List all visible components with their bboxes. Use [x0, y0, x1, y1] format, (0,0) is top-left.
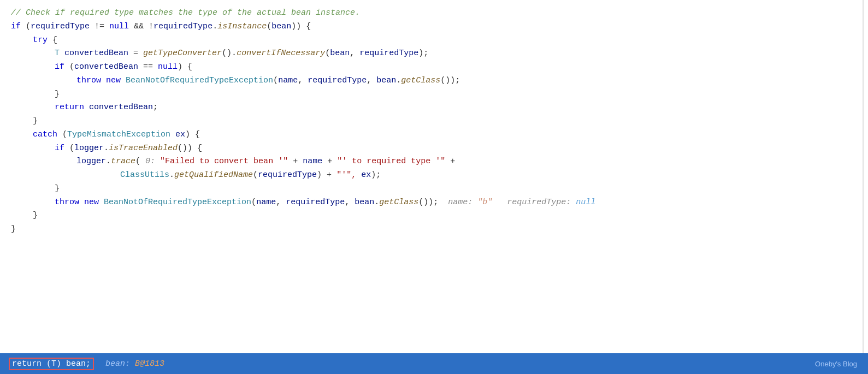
- return-code-highlighted: return (T) bean;: [9, 358, 94, 370]
- code-line-throw-outer: throw new BeanNotOfRequiredTypeException…: [11, 196, 868, 210]
- code-line-close-if-logger: }: [11, 182, 868, 196]
- code-line-close-catch: }: [11, 209, 868, 223]
- bean-hint-label: bean:: [101, 359, 135, 369]
- code-editor: // Check if required type matches the ty…: [0, 0, 868, 353]
- code-line-comment: // Check if required type matches the ty…: [11, 7, 868, 20]
- blog-credit: Oneby's Blog: [815, 360, 857, 368]
- bottom-bar: return (T) bean; bean: B@1813 Oneby's Bl…: [0, 353, 868, 374]
- code-line-if: if (requiredType != null && !requiredTyp…: [11, 20, 868, 34]
- code-line-throw-inner: throw new BeanNotOfRequiredTypeException…: [11, 74, 868, 88]
- code-line-converted-bean: T convertedBean = getTypeConverter().con…: [11, 47, 868, 61]
- code-line-catch: catch (TypeMismatchException ex) {: [11, 128, 868, 142]
- code-line-logger-trace-cont: ClassUtils.getQualifiedName(requiredType…: [11, 169, 868, 182]
- code-line-if-null: if (convertedBean == null) {: [11, 61, 868, 74]
- code-line-return-converted: return convertedBean;: [11, 101, 868, 115]
- code-line-logger-trace: logger.trace( 0: "Failed to convert bean…: [11, 155, 868, 169]
- code-line-close-try: }: [11, 115, 868, 128]
- code-line-close-if: }: [11, 223, 868, 236]
- code-line-if-logger: if (logger.isTraceEnabled()) {: [11, 142, 868, 156]
- code-line-try: try {: [11, 34, 868, 48]
- return-statement: return (T) bean; bean: B@1813: [9, 358, 164, 370]
- code-line-close-if-null: }: [11, 88, 868, 102]
- bean-hint-value: B@1813: [135, 359, 164, 369]
